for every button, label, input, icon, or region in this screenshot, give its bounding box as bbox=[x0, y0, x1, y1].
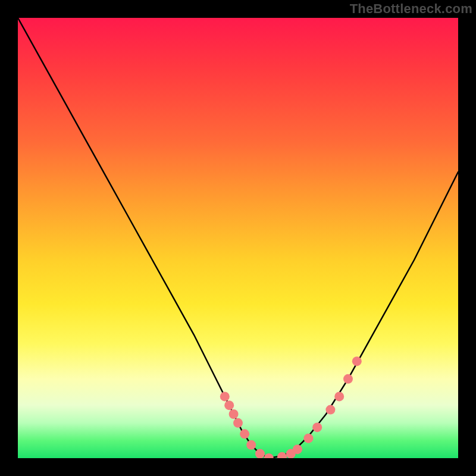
data-point bbox=[240, 429, 249, 439]
data-point bbox=[220, 392, 230, 401]
bottleneck-curve bbox=[18, 18, 458, 458]
data-point bbox=[352, 356, 362, 366]
chart-frame: TheBottleneck.com bbox=[0, 0, 476, 476]
watermark-text: TheBottleneck.com bbox=[350, 1, 472, 17]
data-point bbox=[334, 392, 344, 401]
data-point bbox=[343, 374, 353, 384]
data-point bbox=[255, 449, 265, 458]
near-minimum-points bbox=[220, 356, 362, 458]
data-point bbox=[293, 444, 302, 454]
data-point bbox=[224, 400, 234, 410]
data-point bbox=[264, 453, 274, 458]
plot-area bbox=[18, 18, 458, 458]
data-point bbox=[277, 452, 287, 458]
data-point bbox=[246, 440, 256, 450]
chart-svg bbox=[18, 18, 458, 458]
data-point bbox=[229, 409, 239, 419]
data-point bbox=[233, 418, 243, 428]
data-point bbox=[325, 405, 335, 415]
data-point bbox=[303, 434, 313, 443]
data-point bbox=[312, 422, 322, 432]
